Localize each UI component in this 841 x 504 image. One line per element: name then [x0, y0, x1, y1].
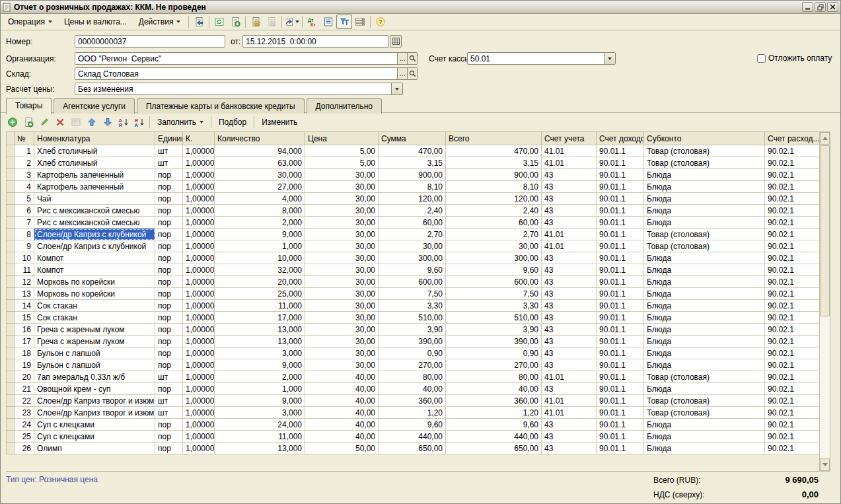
table-cell[interactable]: 90.01.1: [597, 443, 644, 454]
table-cell[interactable]: Блюда: [644, 252, 765, 264]
table-cell[interactable]: 30,00: [305, 217, 379, 229]
table-cell[interactable]: 1,000000: [183, 419, 215, 431]
table-cell[interactable]: 94,000: [215, 145, 305, 157]
table-cell[interactable]: 17: [15, 336, 34, 347]
table-cell[interactable]: 300,00: [379, 252, 446, 264]
table-cell[interactable]: 90.02.1: [765, 229, 820, 240]
move-up-icon[interactable]: [84, 115, 100, 129]
table-cell[interactable]: 390,00: [379, 336, 446, 347]
table-cell[interactable]: 20,000: [215, 276, 305, 288]
table-cell[interactable]: 1,000000: [183, 229, 215, 240]
table-cell[interactable]: 40,00: [446, 383, 542, 395]
table-row[interactable]: 1Хлеб столичныйшт1,00000094,0005,00470,0…: [7, 145, 820, 157]
filter-icon[interactable]: [336, 15, 352, 29]
table-cell[interactable]: 15: [15, 312, 34, 324]
table-cell[interactable]: пор: [155, 419, 183, 431]
pick-button[interactable]: Подбор: [213, 116, 252, 129]
table-cell[interactable]: 2,40: [379, 205, 446, 217]
table-cell[interactable]: Товар (столовая): [644, 145, 765, 157]
table-cell[interactable]: 40,00: [305, 371, 379, 383]
table-cell[interactable]: Овощной крем - суп: [34, 383, 155, 395]
table-cell[interactable]: 30,00: [446, 240, 542, 252]
table-cell[interactable]: 90.02.1: [765, 157, 820, 169]
warehouse-open-button[interactable]: [407, 68, 417, 79]
table-cell[interactable]: 0,90: [379, 347, 446, 359]
tab-goods[interactable]: Товары: [6, 98, 52, 114]
table-cell[interactable]: Блюда: [644, 276, 765, 288]
table-cell[interactable]: 40,00: [379, 383, 446, 395]
table-cell[interactable]: 90.02.1: [765, 312, 820, 324]
table-cell[interactable]: 41.01: [542, 145, 597, 157]
table-cell[interactable]: 90.02.1: [765, 383, 820, 395]
table-cell[interactable]: 90.01.1: [597, 347, 644, 359]
table-cell[interactable]: 43: [542, 347, 597, 359]
table-cell[interactable]: 470,00: [379, 145, 446, 157]
tab-agency[interactable]: Агентские услуги: [54, 98, 135, 114]
table-cell[interactable]: Рис с мексиканской смесью: [34, 205, 155, 217]
table-cell[interactable]: 90.02.1: [765, 407, 820, 419]
table-cell[interactable]: Блюда: [644, 169, 765, 181]
table-cell[interactable]: 40,00: [305, 419, 379, 431]
table-cell[interactable]: 43: [542, 324, 597, 336]
table-cell[interactable]: 43: [542, 383, 597, 395]
table-cell[interactable]: 40,00: [305, 395, 379, 407]
table-cell[interactable]: Сок стакан: [34, 312, 155, 324]
table-cell[interactable]: 360,00: [446, 395, 542, 407]
table-cell[interactable]: Компот: [34, 252, 155, 264]
date-input[interactable]: [242, 35, 389, 48]
table-cell[interactable]: 600,00: [379, 276, 446, 288]
table-cell[interactable]: 41.01: [542, 157, 597, 169]
table-cell[interactable]: 90.02.1: [765, 193, 820, 205]
table-row[interactable]: 22Слоен/др Каприз творог и изюм...шт1,00…: [7, 395, 820, 407]
table-cell[interactable]: 2,000: [215, 217, 305, 229]
table-cell[interactable]: 120,00: [379, 193, 446, 205]
table-cell[interactable]: 30,00: [379, 240, 446, 252]
table-cell[interactable]: 3,000: [215, 407, 305, 419]
table-row[interactable]: 19Бульон с лапшойпор1,0000009,00030,0027…: [7, 359, 820, 371]
table-cell[interactable]: 3,90: [446, 324, 542, 336]
table-row[interactable]: 16Греча с жареным лукомпор1,00000013,000…: [7, 324, 820, 336]
table-cell[interactable]: 10,000: [215, 252, 305, 264]
table-cell[interactable]: пор: [155, 169, 183, 181]
table-cell[interactable]: 9,60: [446, 419, 542, 431]
table-cell[interactable]: 43: [542, 312, 597, 324]
table-cell[interactable]: 43: [542, 443, 597, 454]
table-cell[interactable]: 1,000000: [183, 217, 215, 229]
table-cell[interactable]: 90.02.1: [765, 324, 820, 336]
table-cell[interactable]: 43: [542, 252, 597, 264]
table-row[interactable]: 26Олимппор1,00000013,00050,00650,00650,0…: [7, 443, 820, 454]
table-cell[interactable]: 0,90: [446, 347, 542, 359]
table-cell[interactable]: Блюда: [644, 300, 765, 312]
table-cell[interactable]: 7,50: [379, 288, 446, 300]
table-cell[interactable]: 41.01: [542, 407, 597, 419]
table-cell[interactable]: 1,000000: [183, 252, 215, 264]
table-cell[interactable]: Слоен/др Каприз творог и изюм...: [34, 395, 155, 407]
table-cell[interactable]: Слоен/др Каприз с клубникой: [34, 240, 155, 252]
table-cell[interactable]: Греча с жареным луком: [34, 324, 155, 336]
calendar-button[interactable]: [390, 35, 402, 48]
table-cell[interactable]: 8,000: [215, 205, 305, 217]
table-cell[interactable]: Блюда: [644, 217, 765, 229]
table-cell[interactable]: пор: [155, 431, 183, 443]
cash-account-combo[interactable]: [467, 52, 616, 65]
table-row[interactable]: 23Слоен/др Каприз творог и изюм...шт1,00…: [7, 407, 820, 419]
table-cell[interactable]: 1,000: [215, 383, 305, 395]
table-cell[interactable]: Товар (столовая): [644, 240, 765, 252]
table-cell[interactable]: 13,000: [215, 324, 305, 336]
table-cell[interactable]: 5: [15, 193, 34, 205]
table-row[interactable]: 5Чайпор1,0000004,00030,00120,00120,00439…: [7, 193, 820, 205]
table-cell[interactable]: 90.02.1: [765, 145, 820, 157]
table-cell[interactable]: 1,000000: [183, 157, 215, 169]
table-cell[interactable]: 90.01.1: [597, 419, 644, 431]
table-cell[interactable]: 1,000000: [183, 205, 215, 217]
menu-prices-currency[interactable]: Цены и валюта...: [58, 15, 133, 29]
table-cell[interactable]: пор: [155, 276, 183, 288]
table-cell[interactable]: 1,000000: [183, 240, 215, 252]
table-cell[interactable]: пор: [155, 443, 183, 454]
table-row[interactable]: 3Картофель запеченныйпор1,00000030,00030…: [7, 169, 820, 181]
table-cell[interactable]: 90.01.1: [597, 181, 644, 193]
tab-cards[interactable]: Платежные карты и банковские кредиты: [137, 98, 305, 114]
table-cell[interactable]: Блюда: [644, 288, 765, 300]
table-cell[interactable]: 300,00: [446, 252, 542, 264]
vertical-scrollbar[interactable]: [819, 131, 830, 472]
